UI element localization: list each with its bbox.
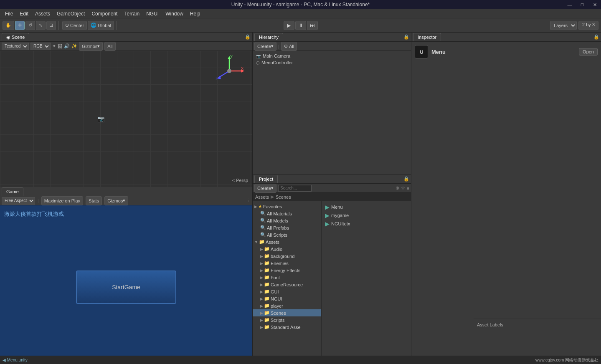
menu-terrain[interactable]: Terrain — [121, 10, 143, 18]
project-icon2[interactable]: ☆ — [401, 185, 405, 191]
scene-all-button[interactable]: All — [104, 42, 115, 51]
minimize-button[interactable]: — — [563, 0, 576, 9]
menu-component[interactable]: Component — [88, 10, 121, 18]
energy-folder-icon: 📁 — [264, 268, 270, 273]
project-toolbar: Create ▾ ⊕ ☆ ≡ — [253, 184, 411, 193]
game-gizmos-button[interactable]: Gizmos ▾ — [104, 196, 128, 205]
scripts-arrow: ▶ — [260, 318, 263, 322]
scene-color-mode[interactable]: RGB — [30, 43, 51, 50]
pivot-global-button[interactable]: 🌐 Global — [88, 21, 114, 30]
lock-icon[interactable]: 🔒 — [245, 34, 251, 40]
ngui-arrow: ▶ — [260, 297, 263, 301]
maximize-on-play-button[interactable]: Maximize on Play — [41, 196, 83, 205]
menu-gameobject[interactable]: GameObject — [53, 10, 88, 18]
maximize-button[interactable]: □ — [576, 0, 588, 9]
scripts-item[interactable]: ▶ 📁 Scripts — [253, 316, 321, 324]
project-icon1[interactable]: ⊕ — [396, 185, 399, 191]
all-models-item[interactable]: 🔍 All Models — [253, 217, 321, 224]
hierarchy-toolbar: Create ▾ | ⊕ All — [253, 42, 411, 51]
scene-view[interactable]: 📷 Y X Z — [0, 51, 252, 187]
move-tool-button[interactable]: ✛ — [15, 21, 25, 30]
breadcrumb-scenes[interactable]: Scenes — [276, 195, 291, 200]
layers-dropdown[interactable]: Layers — [550, 21, 577, 30]
project-content: ▶ ★ Favorites 🔍 All Materials 🔍 All Mode… — [253, 201, 411, 364]
menu-edit[interactable]: Edit — [16, 10, 32, 18]
standard-assets-item[interactable]: ▶ 📁 Standard Asse — [253, 324, 321, 331]
menu-help[interactable]: Help — [187, 10, 204, 18]
mygame-scene-item[interactable]: ▶ mygame — [323, 211, 409, 220]
standard-assets-arrow: ▶ — [260, 325, 263, 329]
enemies-folder-icon: 📁 — [264, 260, 270, 266]
project-icon3[interactable]: ≡ — [407, 186, 409, 191]
rotate-tool-button[interactable]: ↺ — [25, 21, 35, 30]
game-view[interactable]: 激派大侠首款打飞机游戏 StartGame — [0, 205, 252, 356]
hierarchy-lock-icon[interactable]: 🔒 — [403, 34, 409, 40]
project-lock-icon[interactable]: 🔒 — [403, 176, 409, 182]
project-right-panel: ▶ Menu ▶ mygame ▶ NGUItetx — [322, 201, 411, 364]
menu-scene-item[interactable]: ▶ Menu — [323, 203, 409, 211]
scale-tool-button[interactable]: ⤡ — [36, 21, 46, 30]
gui-item[interactable]: ▶ 📁 GUI — [253, 288, 321, 295]
search-icon-scripts: 🔍 — [260, 232, 266, 238]
inspector-lock-icon[interactable]: 🔒 — [593, 34, 599, 40]
player-folder-icon: 📁 — [264, 303, 270, 308]
background-item[interactable]: ▶ 📁 background — [253, 253, 321, 260]
start-game-button[interactable]: StartGame — [76, 270, 176, 304]
layout-button[interactable]: 2 by 3 — [578, 21, 598, 30]
player-arrow: ▶ — [260, 304, 263, 308]
enemies-item[interactable]: ▶ 📁 Enemies — [253, 260, 321, 267]
hierarchy-tab[interactable]: Hierarchy — [254, 33, 283, 41]
menu-file[interactable]: File — [2, 10, 16, 18]
step-button[interactable]: ⏭ — [307, 21, 318, 30]
player-item[interactable]: ▶ 📁 player — [253, 302, 321, 309]
asset-labels-bar: Asset Labels — [474, 318, 601, 331]
open-button[interactable]: Open — [579, 48, 598, 56]
favorites-item[interactable]: ▶ ★ Favorites — [253, 203, 321, 210]
hierarchy-item-camera[interactable]: 📷 Main Camera — [253, 53, 411, 59]
pause-button[interactable]: ⏸ — [295, 21, 306, 30]
all-scripts-item[interactable]: 🔍 All Scripts — [253, 231, 321, 238]
scenes-arrow: ▶ — [260, 311, 263, 315]
game-lock-icon[interactable]: ⋮ — [246, 198, 251, 203]
stats-button[interactable]: Stats — [86, 196, 102, 205]
gui-arrow: ▶ — [260, 290, 263, 294]
inspector-tab[interactable]: Inspector — [413, 33, 441, 41]
gizmos-button[interactable]: Gizmos ▾ — [79, 42, 103, 51]
all-prefabs-item[interactable]: 🔍 All Prefabs — [253, 224, 321, 231]
project-create-button[interactable]: Create ▾ — [254, 184, 276, 193]
close-button[interactable]: ✕ — [588, 0, 601, 9]
scene-tab[interactable]: ◉ Scene — [2, 33, 29, 41]
hand-tool-button[interactable]: ✋ — [3, 21, 14, 30]
ngui-item[interactable]: ▶ 📁 NGUI — [253, 295, 321, 302]
project-tab[interactable]: Project — [254, 175, 278, 183]
ngui-folder-icon: 📁 — [264, 296, 270, 301]
aspect-ratio-select[interactable]: Free Aspect — [2, 197, 35, 205]
gameresource-item[interactable]: ▶ 📁 GameResource — [253, 281, 321, 288]
menu-assets[interactable]: Assets — [32, 10, 53, 18]
all-materials-item[interactable]: 🔍 All Materials — [253, 210, 321, 217]
play-button[interactable]: ▶ — [284, 21, 294, 30]
pivot-center-button[interactable]: ⊙ Center — [62, 21, 87, 30]
font-folder-icon: 📁 — [264, 275, 270, 280]
menu-window[interactable]: Window — [162, 10, 187, 18]
audio-item[interactable]: ▶ 📁 Audio — [253, 245, 321, 253]
font-item[interactable]: ▶ 📁 Font — [253, 274, 321, 281]
game-tab[interactable]: Game — [2, 187, 23, 196]
energy-effects-item[interactable]: ▶ 📁 Energy Effects — [253, 267, 321, 274]
hierarchy-panel: Hierarchy 🔒 Create ▾ | ⊕ All 📷 Main Came… — [253, 33, 411, 174]
scripts-folder-icon: 📁 — [264, 317, 270, 323]
svg-text:X: X — [241, 66, 243, 71]
scene-view-mode[interactable]: Textured — [2, 43, 29, 50]
hierarchy-create-button[interactable]: Create ▾ — [254, 42, 276, 51]
project-search-input[interactable] — [278, 185, 312, 192]
menu-ngui[interactable]: NGUI — [143, 10, 162, 18]
breadcrumb-assets[interactable]: Assets — [255, 195, 269, 200]
gameresource-folder-icon: 📁 — [264, 282, 270, 287]
search-icon-models: 🔍 — [260, 218, 266, 223]
rect-tool-button[interactable]: ⊡ — [46, 21, 56, 30]
nguitetx-scene-item[interactable]: ▶ NGUItetx — [323, 220, 409, 228]
assets-root-item[interactable]: ▼ 📁 Assets — [253, 238, 321, 245]
hierarchy-all-button[interactable]: ⊕ All — [281, 42, 297, 51]
scenes-item[interactable]: ▶ 📁 Scenes — [253, 309, 321, 316]
hierarchy-item-menucontroller[interactable]: ⬡ MenuController — [253, 59, 411, 66]
